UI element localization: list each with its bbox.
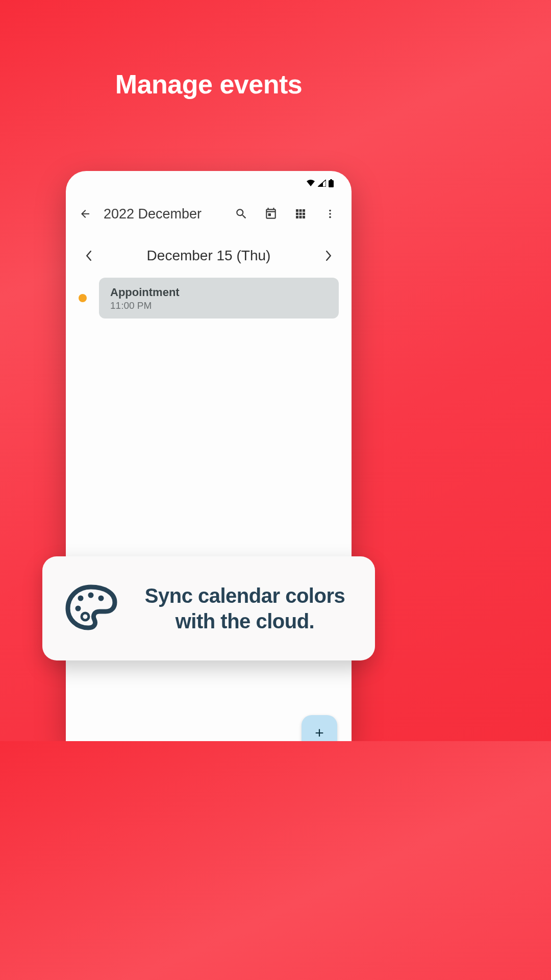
more-menu-button[interactable] — [321, 205, 339, 223]
svg-rect-8 — [296, 216, 298, 218]
svg-rect-4 — [303, 209, 305, 212]
svg-rect-5 — [296, 213, 298, 215]
palette-icon — [63, 582, 119, 635]
hero-title: Manage events — [0, 0, 417, 100]
svg-point-18 — [82, 613, 89, 620]
grid-view-button[interactable] — [291, 205, 310, 223]
plus-icon: + — [315, 724, 324, 741]
svg-point-11 — [329, 210, 331, 212]
event-time: 11:00 PM — [110, 300, 328, 311]
signal-icon — [318, 180, 326, 189]
next-day-button[interactable] — [321, 248, 336, 263]
svg-point-12 — [329, 213, 331, 215]
toolbar-title[interactable]: 2022 December — [97, 206, 230, 222]
svg-rect-1 — [330, 179, 332, 180]
date-label[interactable]: December 15 (Thu) — [147, 248, 271, 264]
svg-point-13 — [329, 216, 331, 218]
svg-point-15 — [88, 593, 94, 598]
svg-rect-10 — [303, 216, 305, 218]
svg-rect-2 — [296, 209, 298, 212]
add-event-fab[interactable]: + — [302, 715, 337, 741]
event-color-dot — [79, 294, 87, 302]
svg-rect-0 — [329, 180, 334, 187]
wifi-icon — [306, 180, 315, 189]
event-title: Appointment — [110, 286, 328, 299]
event-row: Appointment 11:00 PM — [66, 275, 352, 318]
svg-rect-7 — [303, 213, 305, 215]
svg-rect-6 — [299, 213, 302, 215]
svg-rect-9 — [299, 216, 302, 218]
prev-day-button[interactable] — [81, 248, 96, 263]
battery-icon — [329, 179, 334, 189]
toolbar: 2022 December — [66, 191, 352, 229]
search-button[interactable] — [232, 205, 251, 223]
date-navigator: December 15 (Thu) — [66, 229, 352, 275]
promo-text: Sync calendar colors with the cloud. — [135, 583, 355, 634]
event-card[interactable]: Appointment 11:00 PM — [99, 278, 339, 318]
svg-rect-3 — [299, 209, 302, 212]
toolbar-actions — [232, 205, 342, 223]
calendar-today-button[interactable] — [262, 205, 280, 223]
back-button[interactable] — [75, 204, 95, 224]
svg-point-16 — [98, 596, 104, 601]
promo-card: Sync calendar colors with the cloud. — [42, 556, 375, 660]
svg-point-17 — [76, 606, 81, 611]
svg-point-14 — [78, 596, 84, 601]
status-bar — [66, 171, 352, 191]
